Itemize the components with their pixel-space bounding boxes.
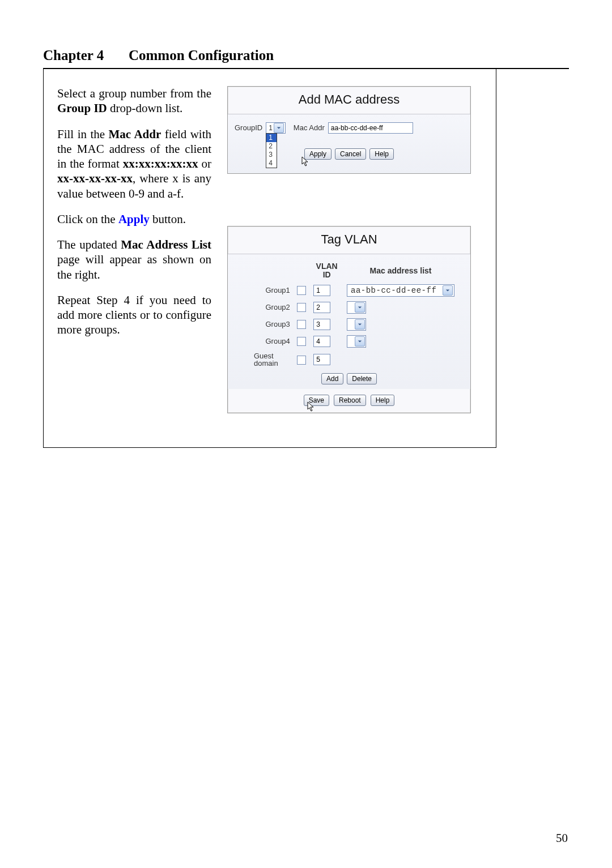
instruction-p1: Select a group number from the Group ID … <box>57 86 211 116</box>
mac-address-select[interactable] <box>347 318 366 331</box>
cancel-button[interactable]: Cancel <box>335 148 366 160</box>
group-id-value: 1 <box>269 124 273 132</box>
group-label: Guestdomain <box>240 350 294 370</box>
chapter-title: Chapter 4 Common Configuration <box>43 48 569 63</box>
mac-addr-input[interactable] <box>328 122 413 134</box>
page-number: 50 <box>556 831 568 845</box>
chevron-down-icon <box>274 123 284 133</box>
text-bold: xx:xx:xx:xx:xx <box>123 157 198 170</box>
instructions-column: Select a group number from the Group ID … <box>57 86 211 348</box>
add-mac-panel: Add MAC address GroupID 1 <box>227 86 471 174</box>
text-bold: Group ID <box>57 101 107 115</box>
add-button[interactable]: Add <box>321 373 343 384</box>
help-button[interactable]: Help <box>371 395 395 406</box>
text-bold: Mac Addr <box>109 127 162 141</box>
text-bold: Mac Address List <box>121 238 211 251</box>
help-button[interactable]: Help <box>369 148 394 160</box>
mac-value: aa-bb-cc-dd-ee-ff <box>351 286 436 295</box>
group-label: Group1 <box>240 282 294 299</box>
group-id-option[interactable]: 1 <box>266 134 277 142</box>
apply-link-text: Apply <box>118 212 150 226</box>
group-id-dropdown[interactable]: 1 1 2 3 4 <box>266 122 286 134</box>
col-mac-list: Mac address list <box>343 260 458 282</box>
text: Select a group number from the <box>57 87 211 100</box>
group-id-option[interactable]: 4 <box>266 159 277 168</box>
table-row: Group3 <box>240 316 458 333</box>
group-label: Group3 <box>240 316 294 333</box>
table-row: Group2 <box>240 299 458 316</box>
tag-vlan-title: Tag VLAN <box>228 226 470 254</box>
chevron-down-icon <box>355 319 365 330</box>
group-id-option[interactable]: 3 <box>266 151 277 159</box>
group-id-option[interactable]: 2 <box>266 142 277 151</box>
text-bold: xx-xx-xx-xx-xx <box>57 172 133 185</box>
tag-vlan-panel: Tag VLAN VLANID Mac address list <box>227 226 471 413</box>
group-checkbox[interactable] <box>297 320 306 329</box>
chevron-down-icon <box>355 336 365 347</box>
vlan-id-input[interactable] <box>313 319 330 330</box>
col-vlan-id: VLANID <box>310 260 343 282</box>
screenshots-column: Add MAC address GroupID 1 <box>227 86 471 413</box>
mac-addr-label: Mac Addr <box>294 122 325 132</box>
text: page will appear as shown on the right. <box>57 253 211 281</box>
table-row: Guestdomain <box>240 350 458 370</box>
group-label: Group2 <box>240 299 294 316</box>
add-mac-title: Add MAC address <box>228 87 470 114</box>
text: Fill in the <box>57 127 109 141</box>
chevron-down-icon <box>443 285 453 296</box>
chevron-down-icon <box>355 302 365 313</box>
text: or <box>198 157 211 170</box>
table-row: Group4 <box>240 333 458 350</box>
instruction-p2: Fill in the Mac Addr field with the MAC … <box>57 127 211 201</box>
group-checkbox[interactable] <box>297 286 306 295</box>
vlan-id-input[interactable] <box>313 302 330 313</box>
save-button[interactable]: Save <box>304 395 329 406</box>
mac-address-select[interactable] <box>347 335 366 348</box>
mac-address-select[interactable] <box>347 301 366 314</box>
instruction-p5: Repeat Step 4 if you need to add more cl… <box>57 293 211 337</box>
vlan-id-input[interactable] <box>313 285 330 296</box>
vlan-table: VLANID Mac address list Group1aa-bb-cc-d… <box>240 260 458 370</box>
group-id-label: GroupID <box>235 122 262 132</box>
group-id-options[interactable]: 1 2 3 4 <box>266 133 277 168</box>
group-label: Group4 <box>240 333 294 350</box>
instruction-p4: The updated Mac Address List page will a… <box>57 237 211 282</box>
text: button. <box>150 212 186 226</box>
delete-button[interactable]: Delete <box>347 373 377 384</box>
group-checkbox[interactable] <box>297 337 306 346</box>
apply-button[interactable]: Apply <box>304 148 332 160</box>
content-box: Select a group number from the Group ID … <box>43 69 496 448</box>
text: drop-down list. <box>107 101 183 115</box>
table-row: Group1aa-bb-cc-dd-ee-ff <box>240 282 458 299</box>
reboot-button[interactable]: Reboot <box>334 395 366 406</box>
vlan-id-input[interactable] <box>313 336 330 347</box>
group-checkbox[interactable] <box>297 356 306 365</box>
text: The updated <box>57 238 121 251</box>
text: Click on the <box>57 212 118 226</box>
mac-address-select[interactable]: aa-bb-cc-dd-ee-ff <box>347 284 454 297</box>
instruction-p3: Click on the Apply button. <box>57 212 211 226</box>
vlan-id-input[interactable] <box>313 354 330 365</box>
group-checkbox[interactable] <box>297 303 306 312</box>
